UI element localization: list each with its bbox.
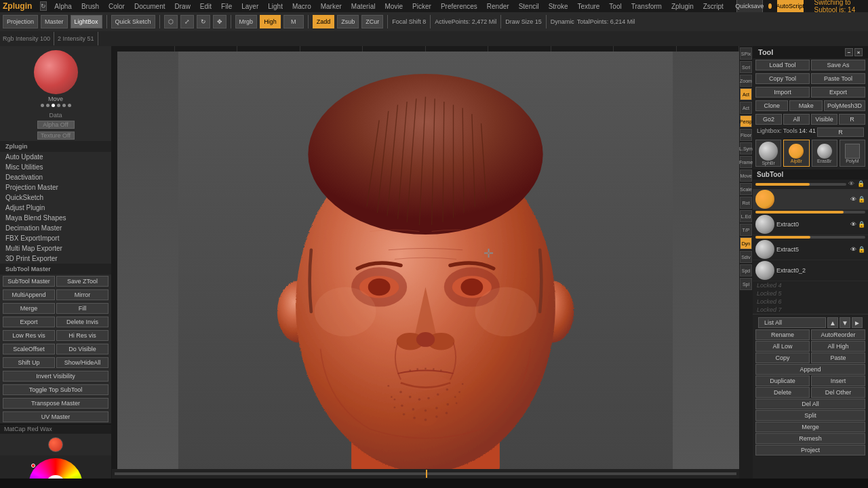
all-high-button[interactable]: All High [811,341,865,352]
menu-movie[interactable]: Movie [382,3,405,10]
save-as-button[interactable]: Save As [811,60,865,70]
color-wheel-container[interactable] [28,458,83,479]
save-ztool-button[interactable]: Save ZTool [56,276,108,287]
projection-button[interactable]: Projection [3,15,38,28]
paste-tool-button[interactable]: Paste Tool [811,73,865,84]
menu-brush[interactable]: Brush [79,3,101,10]
menu-marker[interactable]: Marker [319,3,344,10]
frame-icon[interactable]: Frame [740,156,752,168]
menu-texture[interactable]: Texture [576,3,602,10]
subtool-slider-3[interactable] [755,236,865,239]
r-button[interactable]: R [839,114,865,125]
plugin-multimap[interactable]: Multi Map Exporter [0,243,111,253]
m-button[interactable]: M [283,15,304,28]
topp-icon[interactable]: T/P [740,224,752,236]
plugin-fbx[interactable]: FBX ExportImport [0,233,111,243]
append-button[interactable]: Append [755,364,865,375]
sDiv-icon[interactable]: SPix [740,47,752,60]
split-button[interactable]: Split [755,410,865,421]
scroll-icon[interactable]: Scrl [740,61,752,73]
subtool-slider-2[interactable] [755,211,865,214]
move-icon[interactable]: Move [740,169,752,182]
plugin-deactivation[interactable]: Deactivation [0,172,111,182]
spd-icon[interactable]: Spd [740,264,752,277]
list-all-button[interactable]: List All [758,317,826,328]
menu-alpha[interactable]: Alpha [52,3,74,10]
lock-icon[interactable]: 🔒 [857,180,865,188]
all-button[interactable]: All [783,114,810,125]
copy-subtool-button[interactable]: Copy [755,352,810,363]
menu-render[interactable]: Render [485,3,511,10]
menu-zplugin[interactable]: Zplugin [669,3,696,10]
polymesh-icon[interactable]: PolyM [840,140,865,167]
zsub-button[interactable]: Zsub [337,15,359,28]
clone-button[interactable]: Clone [755,100,788,111]
high-button[interactable]: High [260,15,281,28]
plugin-auto-update[interactable]: Auto Update [0,152,111,162]
go2-button[interactable]: Go2 [755,114,782,125]
load-tool-button[interactable]: Load Tool [755,60,810,70]
paste-subtool-button[interactable]: Paste [811,352,865,363]
quick-sketch-button[interactable]: Quick Sketch [111,15,155,28]
eraser-brush-icon[interactable]: ErasBr [812,140,837,167]
subtool-entry-extract0[interactable]: Extract0 👁 🔒 [753,214,868,235]
refresh-button[interactable]: ↻ [40,1,47,11]
fill-button[interactable]: Fill [56,303,108,314]
merge-subtool-button[interactable]: Merge [755,422,865,432]
plugin-projection[interactable]: Projection Master [0,182,111,192]
scale-icon-btn[interactable]: ⤢ [180,15,194,28]
menu-stroke[interactable]: Stroke [547,3,570,10]
autoscript-button[interactable]: AutoScript [777,0,804,13]
multi-append-button[interactable]: MultiAppend [3,289,55,300]
menu-macro[interactable]: Macro [290,3,313,10]
menu-layer[interactable]: Layer [239,3,260,10]
menu-draw[interactable]: Draw [173,3,193,10]
list-right-arrow[interactable]: ► [852,317,863,328]
delete-invis-button[interactable]: Delete Invis [56,317,108,327]
invert-visibility-button[interactable]: Invert Visibility [3,371,108,382]
scale-offset-button[interactable]: ScaleOffset [3,344,55,354]
menu-transform[interactable]: Transform [629,3,664,10]
rotate-icon[interactable]: Rot [740,197,752,209]
alpha-brush-icon[interactable]: AlpBr [783,140,809,167]
subtool-entry-1[interactable]: 👁 🔒 [753,189,868,210]
lock-icon-e0[interactable]: 🔒 [858,221,865,228]
plugin-maya[interactable]: Maya Blend Shapes [0,213,111,223]
lock-icon-e5[interactable]: 🔒 [858,246,865,253]
lineedit-icon[interactable]: L.Ed [740,210,752,222]
zcur-button[interactable]: ZCur [361,15,383,28]
menu-picker[interactable]: Picker [410,3,433,10]
plugin-quicksketch[interactable]: QuickSketch [0,192,111,203]
shift-up-button[interactable]: Shift Up [3,357,55,368]
floor-icon[interactable]: Floor [740,129,752,141]
zadd-button[interactable]: Zadd [313,15,335,28]
merge-button[interactable]: Merge [3,303,55,314]
quicksave-button[interactable]: Quicksave [736,0,763,13]
delete-button[interactable]: Delete [755,387,810,398]
menu-document[interactable]: Document [132,3,167,10]
export-tool-button[interactable]: Export [811,87,865,98]
auto-reorder-button[interactable]: AutoReorder [811,329,865,340]
del-other-button[interactable]: Del Other [811,387,865,398]
list-up-arrow[interactable]: ▲ [827,317,838,328]
viewport[interactable]: ✛ [112,46,739,479]
eye-icon-e0[interactable]: 👁 [850,221,856,228]
mirror-button[interactable]: Mirror [56,289,108,300]
uv-master-button[interactable]: UV Master [3,411,108,422]
r2-button[interactable]: R [817,127,864,137]
menu-zscript[interactable]: Zscript [701,3,726,10]
lock-icon-1[interactable]: 🔒 [858,196,865,203]
menu-light[interactable]: Light [266,3,285,10]
sphere-brush-icon[interactable]: SphBr [755,140,781,167]
project-button[interactable]: Project [755,445,865,455]
plugin-misc[interactable]: Misc Utilities [0,162,111,172]
import-button[interactable]: Import [755,87,810,98]
master-button[interactable]: Master [41,15,68,28]
menu-file[interactable]: File [219,3,234,10]
make-button[interactable]: Make [789,100,822,111]
plugin-3dprint[interactable]: 3D Print Exporter [0,253,111,264]
do-visible-button[interactable]: Do Visible [56,344,108,354]
del-all-button[interactable]: Del All [755,399,865,409]
eye-icon-1[interactable]: 👁 [850,196,856,203]
menu-tool[interactable]: Tool [607,3,623,10]
